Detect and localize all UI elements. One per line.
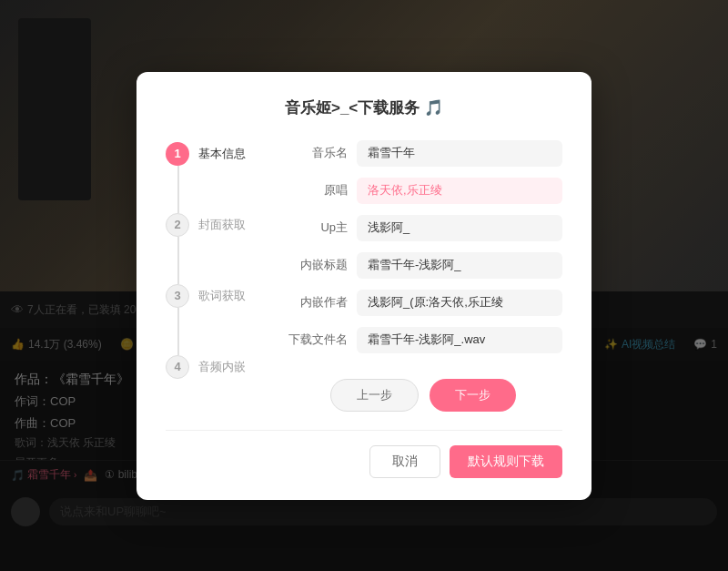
filename-input[interactable] — [357, 327, 562, 353]
uploader-label: Up主 — [284, 219, 348, 236]
step-3: 3 歌词获取 — [166, 284, 284, 308]
original-singer-input[interactable] — [357, 178, 562, 204]
music-name-row: 音乐名 — [284, 140, 562, 167]
step-4-label: 音频内嵌 — [198, 355, 246, 375]
step-1-circle: 1 — [166, 142, 189, 166]
steps-sidebar: 1 基本信息 2 封面获取 3 歌词获取 4 音频内嵌 — [166, 140, 284, 412]
modal-title: 音乐姬>_<下载服务 🎵 — [166, 97, 562, 118]
download-button[interactable]: 默认规则下载 — [450, 445, 562, 478]
uploader-input[interactable] — [357, 215, 562, 241]
embed-author-label: 内嵌作者 — [284, 294, 348, 311]
form-area: 音乐名 原唱 Up主 内嵌标题 内嵌作者 下载文件名 — [284, 140, 562, 412]
step-navigation: 上一步 下一步 — [284, 379, 562, 412]
step-3-label: 歌词获取 — [198, 284, 246, 304]
original-singer-row: 原唱 — [284, 178, 562, 204]
filename-label: 下载文件名 — [284, 331, 348, 348]
step-1: 1 基本信息 — [166, 142, 284, 166]
music-name-input[interactable] — [357, 140, 562, 167]
music-name-label: 音乐名 — [284, 145, 348, 161]
original-singer-label: 原唱 — [284, 182, 348, 199]
embed-title-label: 内嵌标题 — [284, 257, 348, 273]
modal-footer: 取消 默认规则下载 — [166, 430, 562, 478]
step-2-label: 封面获取 — [198, 213, 246, 233]
embed-title-input[interactable] — [357, 252, 562, 279]
uploader-row: Up主 — [284, 215, 562, 241]
step-2-circle: 2 — [166, 213, 189, 237]
step-3-circle: 3 — [166, 284, 189, 308]
embed-title-row: 内嵌标题 — [284, 252, 562, 279]
prev-button[interactable]: 上一步 — [330, 379, 419, 412]
step-4: 4 音频内嵌 — [166, 355, 284, 379]
cancel-button[interactable]: 取消 — [369, 445, 440, 478]
step-1-label: 基本信息 — [198, 142, 246, 162]
step-2: 2 封面获取 — [166, 213, 284, 237]
modal-body: 1 基本信息 2 封面获取 3 歌词获取 4 音频内嵌 — [166, 140, 562, 412]
filename-row: 下载文件名 — [284, 327, 562, 353]
download-modal: 音乐姬>_<下载服务 🎵 1 基本信息 2 封面获取 3 歌词获取 — [136, 72, 592, 500]
embed-author-row: 内嵌作者 — [284, 290, 562, 316]
embed-author-input[interactable] — [357, 290, 562, 316]
next-button[interactable]: 下一步 — [430, 379, 516, 412]
step-4-circle: 4 — [166, 355, 189, 379]
